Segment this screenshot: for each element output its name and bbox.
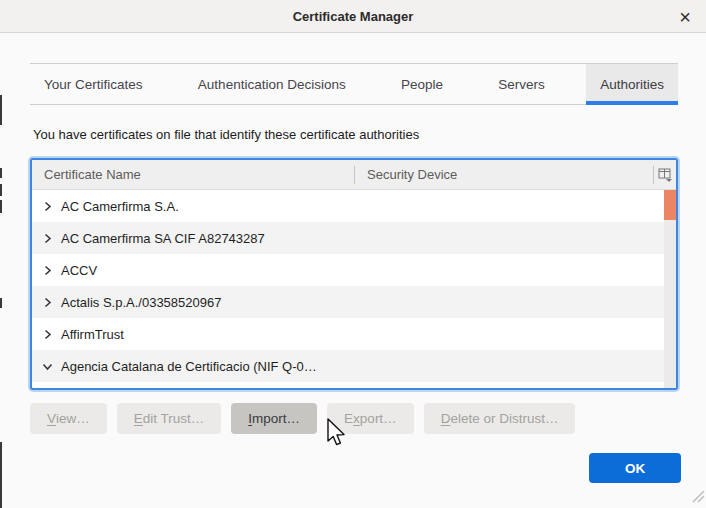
resize-grip-icon[interactable] xyxy=(690,488,705,507)
view-button[interactable]: View… xyxy=(30,403,107,434)
button-label: V xyxy=(47,411,56,426)
tab-authentication-decisions[interactable]: Authentication Decisions xyxy=(184,64,360,104)
chevron-down-icon[interactable] xyxy=(42,361,61,372)
table-row[interactable]: AffirmTrust xyxy=(32,318,676,350)
table-body: AC Camerfirma S.A. AC Camerfirma SA CIF … xyxy=(32,190,676,382)
tab-your-certificates[interactable]: Your Certificates xyxy=(30,64,157,104)
titlebar: Certificate Manager × xyxy=(0,0,706,33)
background-window-edge xyxy=(0,0,2,508)
button-label: x xyxy=(353,411,360,426)
edge-artifact xyxy=(0,442,2,508)
button-label: E xyxy=(344,411,353,426)
table-row[interactable]: Agencia Catalana de Certificacio (NIF Q-… xyxy=(32,350,676,382)
table-row[interactable]: ACCV xyxy=(32,254,676,286)
column-picker-wrap xyxy=(653,160,676,189)
button-label: iew… xyxy=(56,411,90,426)
edge-artifact xyxy=(0,200,2,213)
certificate-name: Actalis S.p.A./03358520967 xyxy=(61,295,221,310)
certificate-name: AffirmTrust xyxy=(61,327,124,342)
description-text: You have certificates on file that ident… xyxy=(33,127,419,142)
edge-artifact xyxy=(0,168,2,178)
edge-artifact xyxy=(0,95,2,125)
edit-trust-button[interactable]: Edit Trust… xyxy=(117,403,222,434)
tab-strip: Your Certificates Authentication Decisio… xyxy=(30,63,678,105)
certificate-table: Certificate Name Security Device AC Came… xyxy=(30,158,678,390)
ok-button[interactable]: OK xyxy=(589,453,681,483)
table-row[interactable]: Actalis S.p.A./03358520967 xyxy=(32,286,676,318)
chevron-right-icon[interactable] xyxy=(42,329,61,340)
tab-people[interactable]: People xyxy=(387,64,457,104)
table-row[interactable]: AC Camerfirma S.A. xyxy=(32,190,676,222)
table-row[interactable]: AC Camerfirma SA CIF A82743287 xyxy=(32,222,676,254)
chevron-right-icon[interactable] xyxy=(42,265,61,276)
import-button[interactable]: Import… xyxy=(231,403,317,434)
close-icon[interactable]: × xyxy=(670,0,700,33)
tab-authorities[interactable]: Authorities xyxy=(586,64,678,104)
certificate-name: Agencia Catalana de Certificacio (NIF Q-… xyxy=(61,359,317,374)
window-title: Certificate Manager xyxy=(293,9,414,24)
chevron-right-icon[interactable] xyxy=(42,233,61,244)
vertical-scrollbar[interactable] xyxy=(664,190,676,388)
button-label: mport… xyxy=(252,411,300,426)
tab-servers[interactable]: Servers xyxy=(484,64,559,104)
chevron-right-icon[interactable] xyxy=(42,297,61,308)
scrollbar-thumb[interactable] xyxy=(664,190,676,220)
table-header: Certificate Name Security Device xyxy=(32,160,676,190)
action-button-row: View… Edit Trust… Import… Export… Delete… xyxy=(30,403,575,434)
delete-or-distrust-button[interactable]: Delete or Distrust… xyxy=(424,403,576,434)
button-label: port… xyxy=(360,411,397,426)
button-label: dit Trust… xyxy=(143,411,205,426)
certificate-name: AC Camerfirma SA CIF A82743287 xyxy=(61,231,265,246)
button-label: D xyxy=(441,411,451,426)
button-label: elete or Distrust… xyxy=(450,411,558,426)
button-label: E xyxy=(134,411,143,426)
column-picker-icon[interactable] xyxy=(654,160,676,189)
certificate-name: AC Camerfirma S.A. xyxy=(61,199,179,214)
edge-artifact xyxy=(0,298,2,308)
edge-artifact xyxy=(0,184,2,196)
chevron-right-icon[interactable] xyxy=(42,201,61,212)
column-header-certificate-name[interactable]: Certificate Name xyxy=(32,167,354,182)
certificate-name: ACCV xyxy=(61,263,97,278)
export-button[interactable]: Export… xyxy=(327,403,414,434)
column-header-security-device[interactable]: Security Device xyxy=(355,167,653,182)
